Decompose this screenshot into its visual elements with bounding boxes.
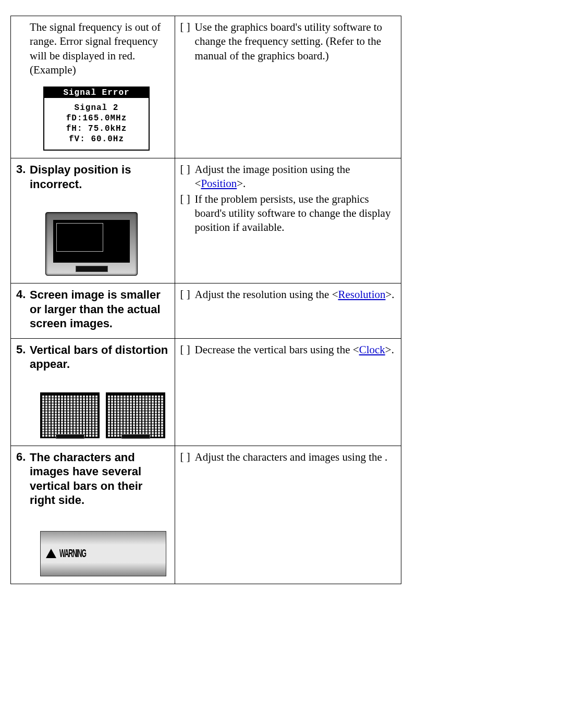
action-text: Use the graphics board's utility softwar… [195, 21, 383, 62]
distortion-illustration [40, 392, 169, 438]
osd-line: fH: 75.0kHz [44, 124, 149, 134]
signal-error-osd: Signal Error Signal 2fD:165.0MHzfH: 75.0… [43, 87, 150, 151]
action-item: [ ] Adjust the image position using the … [180, 163, 396, 191]
problem-text: The characters and images have several v… [30, 450, 169, 576]
table-row: 3. Display position is incorrect. [ ] Ad… [11, 158, 401, 283]
problem-cell: 6. The characters and images have severa… [11, 446, 175, 584]
problem-cell: 5. Vertical bars of distortion appear. [11, 338, 175, 446]
checkbox-marker: [ ] [180, 192, 195, 235]
problem-cell: 3. Display position is incorrect. [11, 158, 175, 283]
problem-cell: 4. Screen image is smaller or larger tha… [11, 283, 175, 339]
doc-link[interactable]: Resolution [338, 288, 386, 301]
problem-row: 5. Vertical bars of distortion appear. [16, 343, 169, 438]
action-item: [ ] Decrease the vertical bars using the… [180, 343, 396, 357]
monitor-illustration [45, 212, 169, 276]
problem-text: Display position is incorrect. [30, 163, 169, 276]
action-text: Adjust the resolution using the < [195, 288, 338, 301]
problem-title: Vertical bars of distortion appear. [30, 343, 169, 372]
troubleshoot-table: The signal frequency is out of range. Er… [10, 16, 401, 584]
problem-title: Screen image is smaller or larger than t… [30, 288, 169, 331]
table-row: 4. Screen image is smaller or larger tha… [11, 283, 401, 339]
checkbox-marker: [ ] [180, 163, 195, 191]
checkbox-marker: [ ] [180, 288, 195, 302]
action-cell: [ ] Adjust the image position using the … [175, 158, 401, 283]
action-item: [ ] Adjust the resolution using the <Res… [180, 288, 396, 302]
problem-row: 3. Display position is incorrect. [16, 163, 169, 276]
osd-body: Signal 2fD:165.0MHzfH: 75.0kHzfV: 60.0Hz [44, 98, 149, 150]
problem-row: 6. The characters and images have severa… [16, 450, 169, 576]
osd-line: Signal 2 [44, 103, 149, 113]
problem-cell: The signal frequency is out of range. Er… [11, 16, 175, 158]
problem-text: Vertical bars of distortion appear. [30, 343, 169, 438]
action-cell: [ ] Decrease the vertical bars using the… [175, 338, 401, 446]
action-cell: [ ] Use the graphics board's utility sof… [175, 16, 401, 158]
action-text: Decrease the vertical bars using the < [195, 343, 359, 356]
action-body: If the problem persists, use the graphic… [195, 192, 396, 235]
action-body: Adjust the characters and images using t… [195, 450, 396, 464]
action-text: Adjust the characters and images using t… [195, 451, 388, 463]
action-body: Adjust the resolution using the <Resolut… [195, 288, 396, 302]
warning-plate: WARNING [40, 531, 166, 576]
action-text: If the problem persists, use the graphic… [195, 193, 391, 234]
table-row: 6. The characters and images have severa… [11, 446, 401, 584]
checkbox-marker: [ ] [180, 20, 195, 63]
problem-row: The signal frequency is out of range. Er… [16, 20, 169, 151]
action-text: >. [385, 343, 394, 356]
osd-title: Signal Error [44, 88, 149, 98]
problem-number: 5. [16, 343, 30, 438]
problem-title: The characters and images have several v… [30, 450, 169, 508]
action-cell: [ ] Adjust the characters and images usi… [175, 446, 401, 584]
action-body: Decrease the vertical bars using the <Cl… [195, 343, 396, 357]
action-item: [ ] Use the graphics board's utility sof… [180, 20, 396, 63]
warning-triangle-icon [46, 549, 56, 558]
osd-line: fD:165.0MHz [44, 113, 149, 124]
problem-row: 4. Screen image is smaller or larger tha… [16, 288, 169, 331]
problem-title: The signal frequency is out of range. Er… [30, 20, 169, 77]
doc-link[interactable]: Clock [359, 343, 385, 356]
action-text: >. [237, 177, 246, 190]
action-item: [ ] If the problem persists, use the gra… [180, 192, 396, 235]
table-row: The signal frequency is out of range. Er… [11, 16, 401, 158]
checkbox-marker: [ ] [180, 343, 195, 357]
problem-number: 3. [16, 163, 30, 276]
action-body: Use the graphics board's utility softwar… [195, 20, 396, 63]
action-body: Adjust the image position using the <Pos… [195, 163, 396, 191]
checkbox-marker: [ ] [180, 450, 195, 464]
problem-number: 6. [16, 450, 30, 576]
warning-label: WARNING [59, 547, 86, 560]
problem-title: Display position is incorrect. [30, 163, 169, 191]
problem-text: Screen image is smaller or larger than t… [30, 288, 169, 331]
problem-number [16, 20, 30, 151]
table-row: 5. Vertical bars of distortion appear. [… [11, 338, 401, 446]
problem-number: 4. [16, 288, 30, 331]
doc-link[interactable]: Position [201, 177, 237, 190]
osd-line: fV: 60.0Hz [44, 134, 149, 144]
action-cell: [ ] Adjust the resolution using the <Res… [175, 283, 401, 339]
action-item: [ ] Adjust the characters and images usi… [180, 450, 396, 464]
problem-text: The signal frequency is out of range. Er… [30, 20, 169, 151]
action-text: >. [386, 288, 395, 301]
